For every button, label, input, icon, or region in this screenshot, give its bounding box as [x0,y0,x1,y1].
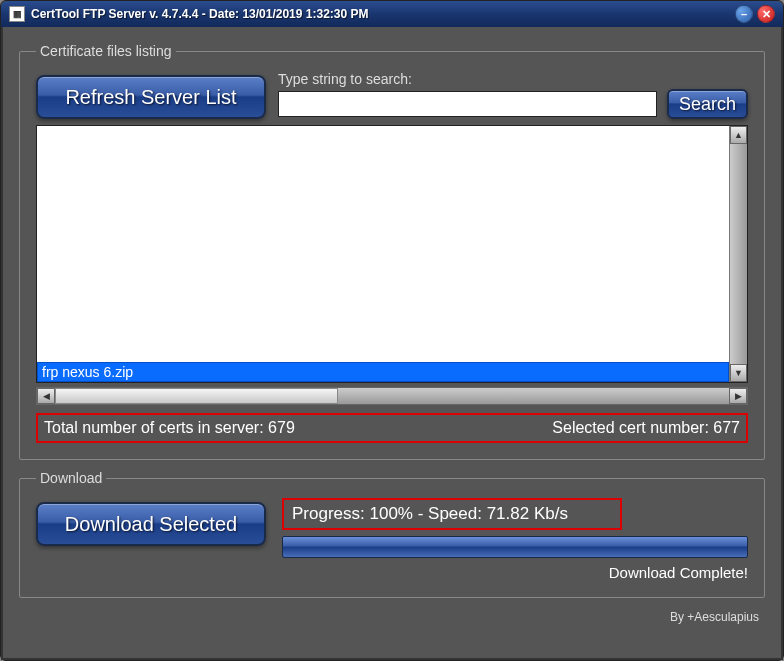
scroll-up-button[interactable]: ▲ [730,126,747,144]
download-complete-text: Download Complete! [282,564,748,581]
minimize-button[interactable]: – [735,5,753,23]
progress-bar [282,536,748,558]
progress-column: Progress: 100% - Speed: 71.82 Kb/s Downl… [282,498,748,581]
download-legend: Download [36,470,106,486]
window-body: Certificate files listing Refresh Server… [1,27,783,660]
app-window: ▦ CertTool FTP Server v. 4.7.4.4 - Date:… [0,0,784,661]
download-selected-button[interactable]: Download Selected [36,502,266,546]
vertical-scrollbar[interactable]: ▲ ▼ [729,126,747,382]
stats-row: Total number of certs in server: 679 Sel… [36,413,748,443]
download-row: Download Selected Progress: 100% - Speed… [36,498,748,581]
window-buttons: – ✕ [735,5,775,23]
download-group: Download Download Selected Progress: 100… [19,470,765,598]
search-button[interactable]: Search [667,89,748,119]
listing-legend: Certificate files listing [36,43,176,59]
horizontal-scrollbar[interactable]: ◀ ▶ [36,387,748,405]
app-icon: ▦ [9,6,25,22]
listbox-area[interactable] [37,126,729,382]
top-controls: Refresh Server List Type string to searc… [36,71,748,119]
window-title: CertTool FTP Server v. 4.7.4.4 - Date: 1… [31,7,735,21]
total-certs-label: Total number of certs in server: 679 [44,419,295,437]
scroll-down-button[interactable]: ▼ [730,364,747,382]
scroll-left-button[interactable]: ◀ [37,388,55,404]
selected-file-item[interactable]: frp nexus 6.zip [37,362,729,382]
titlebar[interactable]: ▦ CertTool FTP Server v. 4.7.4.4 - Date:… [1,1,783,27]
hscroll-track[interactable] [55,388,729,404]
search-area: Type string to search: Search [278,71,748,119]
search-label: Type string to search: [278,71,748,87]
progress-text: Progress: 100% - Speed: 71.82 Kb/s [282,498,622,530]
file-listbox[interactable]: frp nexus 6.zip ▲ ▼ [36,125,748,383]
scroll-right-button[interactable]: ▶ [729,388,747,404]
hscroll-thumb[interactable] [55,388,338,404]
search-row: Search [278,89,748,119]
search-input[interactable] [278,91,657,117]
credit-text: By +Aesculapius [19,608,765,624]
certificate-listing-group: Certificate files listing Refresh Server… [19,43,765,460]
refresh-server-list-button[interactable]: Refresh Server List [36,75,266,119]
close-button[interactable]: ✕ [757,5,775,23]
selected-cert-label: Selected cert number: 677 [552,419,740,437]
